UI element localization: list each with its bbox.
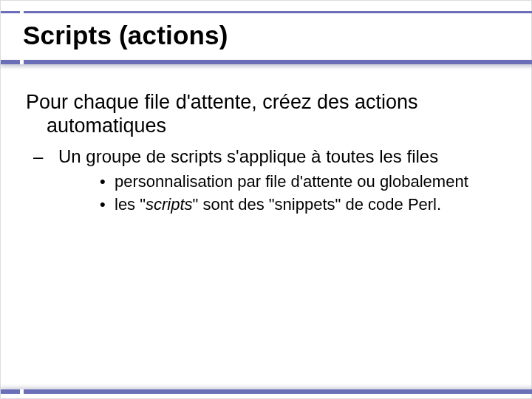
main-point: Pour chaque file d'attente, créez des ac…: [26, 91, 499, 138]
bullet-2-post: " sont des "snippets" de code Perl.: [193, 195, 442, 214]
bullet-item-2: les "scripts" sont des "snippets" de cod…: [100, 194, 499, 214]
title-block: Scripts (actions): [20, 13, 514, 61]
bullet-item-1: personnalisation par file d'attente ou g…: [100, 171, 499, 191]
sub-item: – Un groupe de scripts s'applique à tout…: [52, 146, 499, 167]
main-point-text: Pour chaque file d'attente, créez des ac…: [26, 91, 499, 138]
bottom-accent-bar: [1, 389, 532, 394]
title-underline-bar: [1, 60, 532, 64]
sub-item-text: Un groupe de scripts s'applique à toutes…: [58, 146, 438, 166]
bullet-2-italic: scripts: [146, 195, 193, 214]
slide-title: Scripts (actions): [23, 21, 514, 50]
body-area: Pour chaque file d'attente, créez des ac…: [26, 91, 499, 218]
slide: Scripts (actions) Pour chaque file d'att…: [0, 0, 532, 399]
bullet-2-pre: les ": [115, 195, 146, 214]
bullet-1-text: personnalisation par file d'attente ou g…: [115, 172, 468, 191]
bullet-list: personnalisation par file d'attente ou g…: [52, 171, 499, 215]
dash-marker: –: [47, 146, 58, 167]
sub-list: – Un groupe de scripts s'applique à tout…: [26, 146, 499, 215]
